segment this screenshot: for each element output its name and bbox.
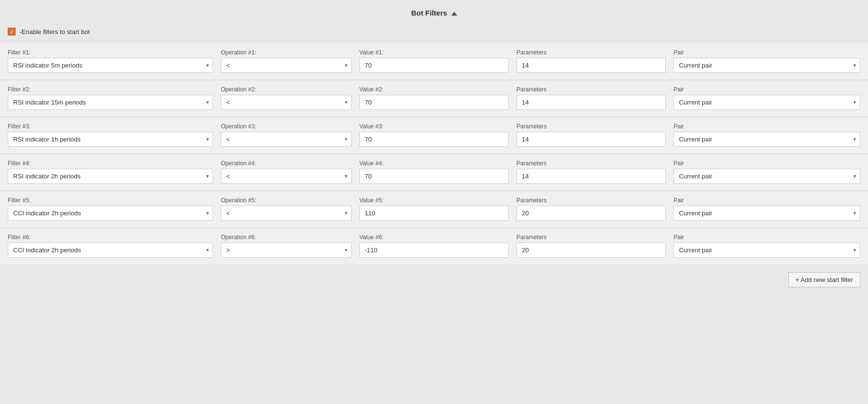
params-1-label: Parameters — [516, 49, 666, 56]
value-4-label: Value #4: — [359, 160, 509, 167]
params-6-label: Parameters — [516, 234, 666, 241]
params-5-col: Parameters — [516, 197, 666, 221]
pair-3-select[interactable]: Current pair — [673, 132, 860, 147]
filter-6-select-wrapper: RSI indicator 5m periodsRSI indicator 15… — [8, 243, 213, 258]
pair-3-select-wrapper: Current pair ▾ — [673, 132, 860, 147]
value-5-input[interactable] — [359, 206, 509, 221]
filter-1-select-wrapper: RSI indicator 5m periodsRSI indicator 15… — [8, 58, 213, 73]
filter-2-select[interactable]: RSI indicator 5m periodsRSI indicator 15… — [8, 95, 213, 110]
filter-row-1: Filter #1: RSI indicator 5m periodsRSI i… — [0, 43, 868, 80]
operation-3-label: Operation #3: — [221, 123, 352, 130]
filter-5-select[interactable]: RSI indicator 5m periodsRSI indicator 15… — [8, 206, 213, 221]
operation-6-label: Operation #6: — [221, 234, 352, 241]
params-5-label: Parameters — [516, 197, 666, 204]
value-3-input[interactable] — [359, 132, 509, 147]
value-3-col: Value #3: — [359, 123, 509, 147]
filter-row-5: Filter #5: RSI indicator 5m periodsRSI i… — [0, 191, 868, 228]
pair-5-select-wrapper: Current pair ▾ — [673, 206, 860, 221]
pair-1-label: Pair — [673, 49, 860, 56]
value-1-input[interactable] — [359, 58, 509, 73]
filter-3-select[interactable]: RSI indicator 5m periodsRSI indicator 15… — [8, 132, 213, 147]
operation-4-select-wrapper: <>=<=>= ▾ — [221, 169, 352, 184]
value-2-label: Value #2: — [359, 86, 509, 93]
value-2-input[interactable] — [359, 95, 509, 110]
pair-4-select[interactable]: Current pair — [673, 169, 860, 184]
filter-2-select-wrapper: RSI indicator 5m periodsRSI indicator 15… — [8, 95, 213, 110]
enable-filters-row: ✓ -Enable filters to start bot — [0, 23, 868, 43]
pair-2-col: Pair Current pair ▾ — [673, 86, 860, 110]
pair-1-select[interactable]: Current pair — [673, 58, 860, 73]
operation-6-select[interactable]: <>=<=>= — [221, 243, 352, 258]
params-6-input[interactable] — [516, 243, 666, 258]
page-container: Bot Filters ✓ -Enable filters to start b… — [0, 0, 868, 404]
operation-5-select[interactable]: <>=<=>= — [221, 206, 352, 221]
pair-5-select[interactable]: Current pair — [673, 206, 860, 221]
params-2-input[interactable] — [516, 95, 666, 110]
checkmark-icon: ✓ — [10, 29, 14, 35]
pair-6-label: Pair — [673, 234, 860, 241]
filter-2-col: Filter #2: RSI indicator 5m periodsRSI i… — [8, 86, 213, 110]
operation-6-select-wrapper: <>=<=>= ▾ — [221, 243, 352, 258]
pair-4-col: Pair Current pair ▾ — [673, 160, 860, 184]
pair-1-select-wrapper: Current pair ▾ — [673, 58, 860, 73]
pair-2-select[interactable]: Current pair — [673, 95, 860, 110]
pair-4-label: Pair — [673, 160, 860, 167]
params-1-col: Parameters — [516, 49, 666, 73]
filter-5-col: Filter #5: RSI indicator 5m periodsRSI i… — [8, 197, 213, 221]
pair-5-label: Pair — [673, 197, 860, 204]
operation-1-select-wrapper: <>=<=>= ▾ — [221, 58, 352, 73]
pair-3-col: Pair Current pair ▾ — [673, 123, 860, 147]
operation-6-col: Operation #6: <>=<=>= ▾ — [221, 234, 352, 258]
filter-4-select[interactable]: RSI indicator 5m periodsRSI indicator 15… — [8, 169, 213, 184]
enable-filters-checkbox[interactable]: ✓ — [8, 28, 16, 35]
filter-3-col: Filter #3: RSI indicator 5m periodsRSI i… — [8, 123, 213, 147]
pair-1-col: Pair Current pair ▾ — [673, 49, 860, 73]
value-2-col: Value #2: — [359, 86, 509, 110]
bottom-bar: + Add new start filter — [0, 264, 868, 291]
filter-6-label: Filter #6: — [8, 234, 213, 241]
pair-4-select-wrapper: Current pair ▾ — [673, 169, 860, 184]
pair-6-select[interactable]: Current pair — [673, 243, 860, 258]
filter-row-6: Filter #6: RSI indicator 5m periodsRSI i… — [0, 228, 868, 264]
pair-2-label: Pair — [673, 86, 860, 93]
operation-4-label: Operation #4: — [221, 160, 352, 167]
pair-3-label: Pair — [673, 123, 860, 130]
filter-1-select[interactable]: RSI indicator 5m periodsRSI indicator 15… — [8, 58, 213, 73]
value-1-col: Value #1: — [359, 49, 509, 73]
operation-2-select[interactable]: <>=<=>= — [221, 95, 352, 110]
filter-4-col: Filter #4: RSI indicator 5m periodsRSI i… — [8, 160, 213, 184]
filter-row-2: Filter #2: RSI indicator 5m periodsRSI i… — [0, 80, 868, 117]
operation-5-select-wrapper: <>=<=>= ▾ — [221, 206, 352, 221]
filter-1-col: Filter #1: RSI indicator 5m periodsRSI i… — [8, 49, 213, 73]
page-title: Bot Filters — [411, 9, 447, 17]
filter-2-label: Filter #2: — [8, 86, 213, 93]
params-4-label: Parameters — [516, 160, 666, 167]
value-1-label: Value #1: — [359, 49, 509, 56]
params-3-input[interactable] — [516, 132, 666, 147]
value-5-label: Value #5: — [359, 197, 509, 204]
filter-5-label: Filter #5: — [8, 197, 213, 204]
value-3-label: Value #3: — [359, 123, 509, 130]
params-5-input[interactable] — [516, 206, 666, 221]
operation-1-select[interactable]: <>=<=>= — [221, 58, 352, 73]
params-4-input[interactable] — [516, 169, 666, 184]
filter-row-4: Filter #4: RSI indicator 5m periodsRSI i… — [0, 154, 868, 191]
operation-3-select[interactable]: <>=<=>= — [221, 132, 352, 147]
enable-filters-checkbox-label[interactable]: ✓ -Enable filters to start bot — [8, 28, 90, 35]
params-3-label: Parameters — [516, 123, 666, 130]
filter-5-select-wrapper: RSI indicator 5m periodsRSI indicator 15… — [8, 206, 213, 221]
filter-4-select-wrapper: RSI indicator 5m periodsRSI indicator 15… — [8, 169, 213, 184]
filter-3-label: Filter #3: — [8, 123, 213, 130]
value-4-col: Value #4: — [359, 160, 509, 184]
add-filter-button-label: + Add new start filter — [796, 276, 853, 283]
value-6-input[interactable] — [359, 243, 509, 258]
params-1-input[interactable] — [516, 58, 666, 73]
value-6-col: Value #6: — [359, 234, 509, 258]
params-3-col: Parameters — [516, 123, 666, 147]
operation-4-select[interactable]: <>=<=>= — [221, 169, 352, 184]
filter-6-select[interactable]: RSI indicator 5m periodsRSI indicator 15… — [8, 243, 213, 258]
add-new-start-filter-button[interactable]: + Add new start filter — [788, 272, 860, 287]
operation-1-col: Operation #1: <>=<=>= ▾ — [221, 49, 352, 73]
enable-filters-label: -Enable filters to start bot — [19, 28, 90, 35]
value-4-input[interactable] — [359, 169, 509, 184]
